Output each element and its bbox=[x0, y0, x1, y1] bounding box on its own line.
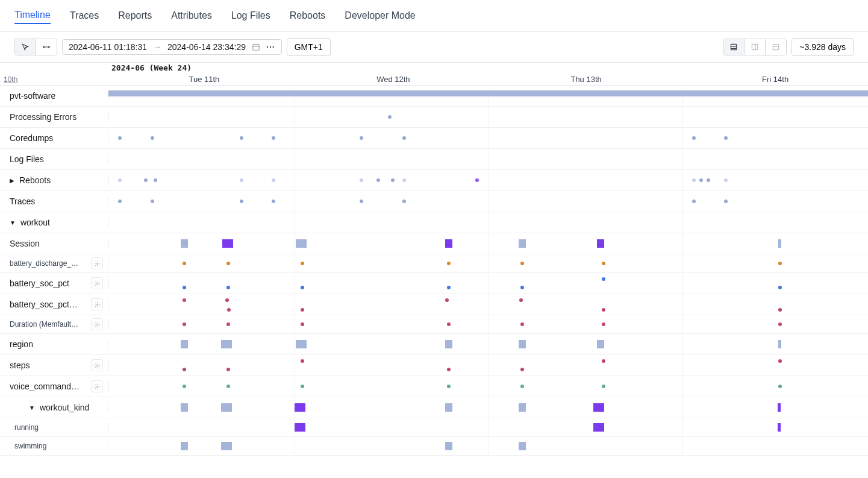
gear-icon[interactable] bbox=[91, 298, 103, 310]
gear-icon[interactable] bbox=[91, 318, 103, 330]
row-label-session[interactable]: Session bbox=[0, 239, 108, 248]
caret-icon[interactable]: ▼ bbox=[10, 219, 16, 226]
event-dot[interactable] bbox=[240, 136, 243, 140]
event-dot[interactable] bbox=[602, 262, 605, 265]
metric-dot[interactable] bbox=[602, 359, 605, 363]
reboot-dot[interactable] bbox=[154, 178, 157, 182]
session-block[interactable] bbox=[181, 403, 188, 412]
reboot-dot[interactable] bbox=[699, 178, 703, 182]
session-block[interactable] bbox=[181, 239, 188, 248]
row-label-processing-errors[interactable]: Processing Errors bbox=[0, 112, 108, 122]
event-dot[interactable] bbox=[360, 136, 363, 140]
row-track[interactable] bbox=[108, 149, 868, 169]
event-dot[interactable] bbox=[388, 115, 392, 119]
reboot-dot[interactable] bbox=[391, 178, 395, 182]
metric-dot[interactable] bbox=[447, 368, 451, 371]
event-dot[interactable] bbox=[447, 322, 451, 326]
row-track[interactable] bbox=[108, 254, 868, 272]
ellipsis-icon[interactable]: ··· bbox=[266, 42, 275, 52]
metric-dot[interactable] bbox=[225, 298, 229, 302]
event-dot[interactable] bbox=[301, 322, 304, 326]
reboot-dot[interactable] bbox=[144, 178, 148, 182]
event-dot[interactable] bbox=[520, 322, 524, 326]
row-track[interactable] bbox=[108, 107, 868, 127]
metric-dot[interactable] bbox=[301, 359, 304, 363]
row-track[interactable] bbox=[108, 233, 868, 254]
session-block[interactable] bbox=[597, 239, 604, 248]
metric-dot[interactable] bbox=[778, 359, 782, 363]
event-dot[interactable] bbox=[402, 200, 406, 203]
row-label-battery-soc-pct[interactable]: battery_soc_pct bbox=[0, 277, 108, 289]
view-calendar-button[interactable] bbox=[766, 39, 786, 55]
tab-log-files[interactable]: Log Files bbox=[231, 8, 270, 24]
reboot-dot[interactable] bbox=[360, 178, 363, 182]
tab-timeline[interactable]: Timeline bbox=[14, 7, 51, 24]
row-label-pvt-software[interactable]: pvt-software bbox=[0, 91, 108, 101]
session-block[interactable] bbox=[296, 340, 307, 348]
view-detail-button[interactable] bbox=[745, 39, 766, 55]
gear-icon[interactable] bbox=[91, 359, 103, 371]
session-block[interactable] bbox=[295, 403, 305, 412]
session-block[interactable] bbox=[445, 442, 452, 450]
reboot-dot[interactable] bbox=[376, 178, 380, 182]
metric-dot[interactable] bbox=[183, 286, 186, 289]
tab-developer-mode[interactable]: Developer Mode bbox=[345, 8, 415, 24]
session-block[interactable] bbox=[593, 403, 604, 412]
prev-day-label[interactable]: 10th bbox=[4, 75, 17, 84]
row-track[interactable] bbox=[108, 376, 868, 397]
event-dot[interactable] bbox=[151, 136, 154, 140]
row-label-reboots[interactable]: ▶Reboots bbox=[0, 175, 108, 185]
event-dot[interactable] bbox=[402, 136, 406, 140]
tab-reports[interactable]: Reports bbox=[118, 8, 152, 24]
tab-attributes[interactable]: Attributes bbox=[171, 8, 212, 24]
row-track[interactable] bbox=[108, 418, 868, 436]
row-label-region[interactable]: region bbox=[0, 339, 108, 349]
event-dot[interactable] bbox=[520, 385, 524, 388]
metric-dot[interactable] bbox=[447, 286, 451, 289]
session-block[interactable] bbox=[221, 442, 232, 450]
date-range-picker[interactable]: 2024-06-11 01:18:31 → 2024-06-14 23:34:2… bbox=[62, 39, 282, 55]
reboot-dot[interactable] bbox=[707, 178, 710, 182]
row-track[interactable] bbox=[108, 170, 868, 190]
session-block[interactable] bbox=[519, 340, 526, 348]
metric-dot[interactable] bbox=[301, 286, 304, 289]
reboot-dot[interactable] bbox=[240, 178, 243, 182]
reboot-dot[interactable] bbox=[475, 178, 479, 182]
event-dot[interactable] bbox=[778, 385, 782, 388]
event-dot[interactable] bbox=[183, 262, 186, 265]
row-label-workout[interactable]: ▼workout bbox=[0, 218, 108, 227]
event-dot[interactable] bbox=[360, 200, 363, 203]
session-block[interactable] bbox=[295, 423, 305, 432]
metric-dot[interactable] bbox=[602, 277, 605, 281]
event-dot[interactable] bbox=[778, 322, 782, 326]
event-dot[interactable] bbox=[692, 200, 696, 203]
row-label-duration-sdk[interactable]: Duration (MemfaultSdkMe... bbox=[0, 318, 108, 330]
view-list-button[interactable] bbox=[723, 39, 745, 55]
event-dot[interactable] bbox=[272, 200, 275, 203]
event-dot[interactable] bbox=[118, 136, 122, 140]
caret-icon[interactable]: ▶ bbox=[10, 177, 14, 184]
software-bar[interactable] bbox=[108, 90, 868, 96]
session-block[interactable] bbox=[778, 423, 781, 432]
event-dot[interactable] bbox=[778, 262, 782, 265]
tab-traces[interactable]: Traces bbox=[70, 8, 99, 24]
event-dot[interactable] bbox=[301, 385, 304, 388]
session-block[interactable] bbox=[445, 403, 452, 412]
cursor-pan-button[interactable] bbox=[36, 39, 57, 55]
event-dot[interactable] bbox=[602, 322, 605, 326]
row-label-swimming[interactable]: swimming bbox=[0, 442, 108, 450]
row-label-traces[interactable]: Traces bbox=[0, 197, 108, 206]
row-track[interactable] bbox=[108, 191, 868, 212]
gear-icon[interactable] bbox=[91, 277, 103, 289]
event-dot[interactable] bbox=[183, 385, 186, 388]
event-dot[interactable] bbox=[183, 322, 186, 326]
event-dot[interactable] bbox=[118, 200, 122, 203]
cursor-select-button[interactable] bbox=[15, 39, 36, 55]
row-label-coredumps[interactable]: Coredumps bbox=[0, 133, 108, 143]
session-block[interactable] bbox=[296, 239, 307, 248]
session-block[interactable] bbox=[597, 340, 604, 348]
metric-dot[interactable] bbox=[301, 308, 304, 312]
metric-dot[interactable] bbox=[778, 308, 782, 312]
metric-dot[interactable] bbox=[227, 308, 231, 312]
row-label-battery-discharge-duration[interactable]: battery_discharge_duratio... bbox=[0, 257, 108, 269]
